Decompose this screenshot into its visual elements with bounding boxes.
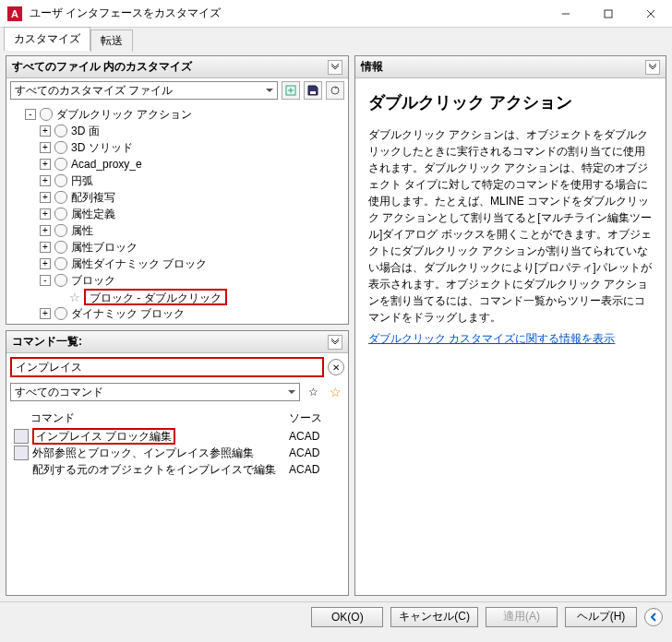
collapse-icon[interactable] bbox=[328, 335, 342, 350]
tree-label: ダイナミック ブロック bbox=[71, 306, 185, 322]
command-source: ACAD bbox=[289, 430, 341, 443]
tree-label: 配列複写 bbox=[71, 190, 115, 206]
tree-label: ボディ bbox=[71, 323, 104, 325]
mouse-icon bbox=[54, 141, 67, 154]
info-link[interactable]: ダブルクリック カスタマイズに関する情報を表示 bbox=[368, 331, 615, 347]
command-source: ACAD bbox=[289, 446, 341, 459]
save-icon[interactable] bbox=[304, 81, 322, 100]
sync-icon[interactable] bbox=[326, 81, 344, 100]
new-command-icon[interactable]: ☆ bbox=[326, 383, 344, 401]
tree-node[interactable]: +3D ソリッド bbox=[10, 139, 344, 156]
tree-label: 属性定義 bbox=[71, 207, 115, 222]
collapse-icon[interactable] bbox=[645, 60, 660, 75]
customize-tree[interactable]: -ダブルクリック アクション+3D 面+3D ソリッド+Acad_proxy_e… bbox=[6, 102, 348, 324]
clear-search-icon[interactable]: ✕ bbox=[328, 359, 344, 375]
expand-icon[interactable]: + bbox=[40, 225, 51, 236]
command-list-header: コマンド ソース bbox=[10, 409, 344, 428]
command-search-input[interactable]: インプレイス bbox=[10, 357, 324, 377]
command-row[interactable]: インプレイス ブロック編集ACAD bbox=[10, 428, 344, 445]
tree-label: ブロック - ダブルクリック bbox=[84, 289, 227, 305]
tree-label: 3D ソリッド bbox=[71, 140, 133, 156]
info-title: ダブルクリック アクション bbox=[368, 91, 653, 113]
dialog-footer: OK(O) キャンセル(C) 適用(A) ヘルプ(H) bbox=[0, 601, 672, 631]
info-panel: 情報 ダブルクリック アクション ダブルクリック アクションは、オブジェクトをダ… bbox=[354, 55, 666, 596]
tree-label: 属性ブロック bbox=[71, 240, 138, 256]
command-row[interactable]: 外部参照とブロック、インプレイス参照編集ACAD bbox=[10, 445, 344, 461]
tree-label: 属性 bbox=[71, 223, 93, 239]
tree-node[interactable]: ☆ブロック - ダブルクリック bbox=[10, 289, 344, 305]
tree-node[interactable]: +属性ブロック bbox=[10, 239, 344, 256]
expand-icon[interactable]: + bbox=[40, 175, 51, 186]
tree-node[interactable]: +属性ダイナミック ブロック bbox=[10, 256, 344, 272]
window-title: ユーザ インタフェースをカスタマイズ bbox=[30, 6, 545, 21]
app-logo: A bbox=[7, 6, 22, 21]
command-name: 配列する元のオブジェクトをインプレイスで編集 bbox=[32, 463, 276, 476]
command-icon bbox=[14, 446, 29, 460]
mouse-icon bbox=[54, 174, 67, 187]
expand-icon[interactable]: + bbox=[40, 242, 51, 253]
tree-label: 属性ダイナミック ブロック bbox=[71, 256, 207, 272]
panel-title: コマンド一覧: bbox=[12, 334, 82, 350]
tree-label: Acad_proxy_e bbox=[71, 158, 142, 171]
mouse-icon bbox=[54, 158, 67, 171]
expand-icon[interactable]: + bbox=[40, 208, 51, 220]
command-name: インプレイス ブロック編集 bbox=[32, 428, 175, 445]
file-filter-dropdown[interactable]: すべてのカスタマイズ ファイル bbox=[10, 81, 278, 100]
svg-rect-1 bbox=[605, 10, 612, 18]
minimize-button[interactable] bbox=[545, 0, 587, 28]
tree-label: ブロック bbox=[71, 273, 115, 289]
panel-title: 情報 bbox=[361, 59, 383, 75]
tree-node[interactable]: +ダイナミック ブロック bbox=[10, 305, 344, 322]
command-list-panel: コマンド一覧: インプレイス ✕ すべてのコマンド ☆ ☆ コマンド ソース イ… bbox=[6, 330, 349, 596]
tab-bar: カスタマイズ 転送 bbox=[0, 28, 672, 50]
apply-button[interactable]: 適用(A) bbox=[486, 607, 558, 627]
ok-button[interactable]: OK(O) bbox=[311, 607, 383, 627]
mouse-icon bbox=[54, 224, 67, 237]
cancel-button[interactable]: キャンセル(C) bbox=[390, 607, 478, 627]
maximize-button[interactable] bbox=[587, 0, 630, 28]
mouse-icon bbox=[54, 274, 67, 287]
favorite-star-icon[interactable]: ☆ bbox=[304, 383, 322, 401]
expand-icon[interactable]: + bbox=[40, 192, 51, 203]
collapse-icon[interactable]: - bbox=[40, 275, 51, 286]
tab-customize[interactable]: カスタマイズ bbox=[4, 27, 90, 51]
tree-node[interactable]: +Acad_proxy_e bbox=[10, 156, 344, 172]
collapse-icon[interactable] bbox=[328, 60, 342, 75]
tree-node[interactable]: +属性定義 bbox=[10, 206, 344, 222]
help-button[interactable]: ヘルプ(H) bbox=[565, 607, 637, 627]
tree-node[interactable]: +3D 面 bbox=[10, 123, 344, 139]
column-source: ソース bbox=[289, 410, 341, 426]
expand-icon[interactable]: + bbox=[40, 142, 51, 153]
command-row[interactable]: 配列する元のオブジェクトをインプレイスで編集ACAD bbox=[10, 461, 344, 478]
tree-node[interactable]: -ブロック bbox=[10, 272, 344, 289]
tab-transfer[interactable]: 転送 bbox=[90, 30, 133, 52]
command-name: 外部参照とブロック、インプレイス参照編集 bbox=[32, 446, 254, 459]
close-button[interactable] bbox=[630, 0, 672, 28]
mouse-icon bbox=[54, 257, 67, 270]
tree-node[interactable]: +配列複写 bbox=[10, 189, 344, 206]
command-icon bbox=[14, 429, 29, 444]
tree-node[interactable]: +属性 bbox=[10, 222, 344, 239]
category-dropdown[interactable]: すべてのコマンド bbox=[10, 383, 300, 401]
mouse-icon bbox=[54, 191, 67, 204]
mouse-icon bbox=[54, 307, 67, 320]
expand-icon[interactable]: + bbox=[40, 258, 51, 269]
command-source: ACAD bbox=[289, 463, 341, 476]
expand-icon[interactable]: + bbox=[40, 308, 51, 319]
back-icon[interactable] bbox=[644, 608, 663, 626]
mouse-icon bbox=[40, 108, 53, 121]
tree-node[interactable]: +円弧 bbox=[10, 172, 344, 189]
collapse-icon[interactable]: - bbox=[25, 109, 36, 120]
mouse-icon bbox=[54, 241, 67, 254]
expand-icon[interactable]: + bbox=[40, 159, 51, 170]
tree-node[interactable]: -ダブルクリック アクション bbox=[10, 106, 344, 123]
svg-rect-5 bbox=[310, 91, 316, 94]
customize-tree-panel: すべてのファイル 内のカスタマイズ すべてのカスタマイズ ファイル -ダブルクリ… bbox=[6, 55, 349, 325]
new-file-icon[interactable] bbox=[282, 81, 300, 100]
titlebar: A ユーザ インタフェースをカスタマイズ bbox=[0, 0, 672, 28]
tree-label: 円弧 bbox=[71, 173, 93, 189]
expand-icon[interactable]: + bbox=[40, 125, 51, 137]
tree-node[interactable]: +ボディ bbox=[10, 322, 344, 324]
tree-label: ダブルクリック アクション bbox=[56, 107, 192, 123]
column-command: コマンド bbox=[14, 410, 289, 426]
